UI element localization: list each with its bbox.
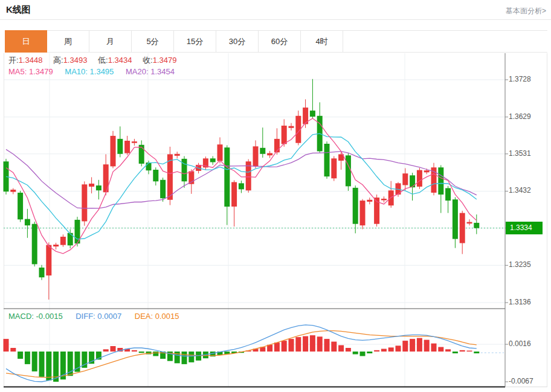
macd-value: -0.0015 [36, 312, 63, 321]
macd-axis-label: 0.0016 [509, 339, 546, 348]
ma5-value: 1.3479 [29, 67, 53, 76]
macd-row: MACD: -0.0015 DIFF: 0.0007 DEA: 0.0015 [8, 312, 190, 321]
price-axis-label: 1.3728 [509, 75, 546, 83]
ma10-label: MA10: [65, 67, 88, 76]
ma10-value: 1.3495 [90, 67, 114, 76]
ma5-label: MA5: [8, 67, 27, 76]
candles-layer [4, 79, 480, 300]
low-label: 低: [98, 56, 108, 65]
ma20-label: MA20: [126, 67, 149, 76]
price-axis-label: 1.3235 [509, 260, 546, 269]
kline-page: K线图 基本面分析> 日周月5分15分30分60分4时 开:1.3448 高:1… [0, 0, 551, 392]
low-value: 1.3434 [108, 56, 132, 65]
high-value: 1.3493 [63, 56, 88, 65]
macd-axis-label: -0.0067 [509, 377, 546, 385]
dea-value: 0.0015 [155, 312, 179, 321]
ohlc-row: 开:1.3448 高:1.3493 低:1.3434 收:1.3479 [8, 55, 185, 66]
price-axis-label: 1.3136 [509, 298, 546, 306]
price-axis-label: 1.3629 [509, 112, 546, 121]
ma20-value: 1.3454 [150, 67, 175, 76]
macd-histogram [4, 335, 480, 382]
current-price-badge: 1.3334 [506, 222, 543, 234]
price-axis-label: 1.3531 [509, 149, 546, 158]
close-label: 收: [143, 56, 153, 65]
macd-label: MACD: [8, 312, 34, 321]
high-label: 高: [53, 56, 63, 65]
price-axis-label: 1.3432 [509, 186, 546, 194]
open-label: 开: [8, 56, 19, 65]
dea-label: DEA: [135, 312, 153, 321]
open-value: 1.3448 [19, 56, 43, 65]
diff-label: DIFF: [76, 312, 95, 321]
ma-row: MA5: 1.3479 MA10: 1.3495 MA20: 1.3454 [8, 67, 184, 76]
diff-value: 0.0007 [97, 312, 121, 321]
close-value: 1.3479 [153, 56, 177, 65]
